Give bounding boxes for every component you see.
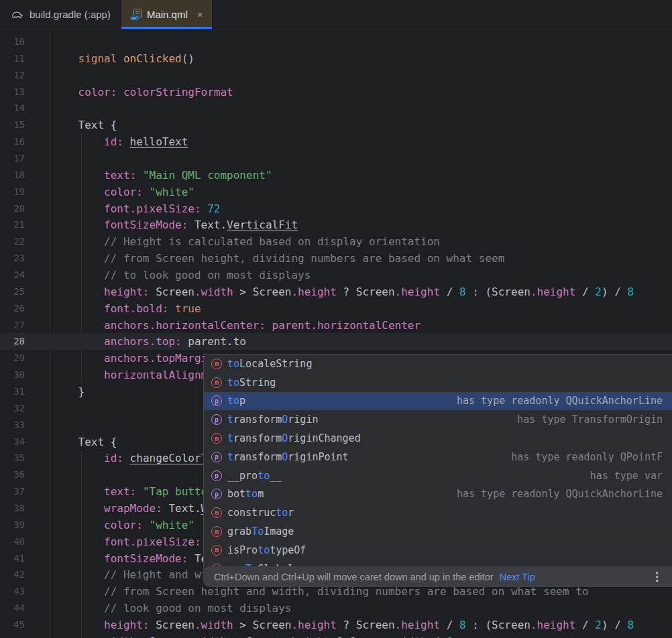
line-number[interactable]: 39 bbox=[0, 517, 25, 533]
line-number[interactable]: 36 bbox=[0, 466, 25, 483]
code-line-23[interactable]: 23 // from Screen height, dividing numbe… bbox=[0, 250, 672, 267]
line-number[interactable]: 20 bbox=[0, 200, 25, 217]
code-token: fontSizeMode: bbox=[104, 552, 188, 565]
line-number[interactable]: 21 bbox=[0, 216, 25, 233]
completion-item[interactable]: mtoString bbox=[204, 373, 672, 392]
code-line-14[interactable]: 14 bbox=[0, 100, 672, 117]
line-number[interactable]: 33 bbox=[0, 417, 25, 434]
code-line-25[interactable]: 25 height: Screen.width > Screen.height … bbox=[0, 283, 672, 300]
line-number[interactable]: 42 bbox=[0, 566, 25, 583]
line-number[interactable]: 12 bbox=[0, 67, 25, 84]
code-text: anchors.top: parent.to bbox=[52, 333, 246, 350]
method-icon: m bbox=[211, 377, 222, 388]
line-number[interactable]: 14 bbox=[0, 100, 25, 117]
completion-item[interactable]: p__proto__has type var bbox=[204, 466, 672, 485]
code-line-11[interactable]: 11 signal onClicked() bbox=[0, 50, 672, 67]
code-line-12[interactable]: 12 bbox=[0, 67, 672, 84]
line-number[interactable]: 44 bbox=[0, 600, 25, 617]
completion-item[interactable]: misPrototypeOf bbox=[204, 541, 672, 560]
code-line-18[interactable]: 18 text: "Main QML component" bbox=[0, 167, 672, 184]
code-line-26[interactable]: 26 font.bold: true bbox=[0, 300, 672, 317]
tab-build-gradle[interactable]: build.gradle (:app) bbox=[0, 0, 121, 29]
code-line-44[interactable]: 44 // look good on most displays bbox=[0, 600, 672, 617]
close-tab-icon[interactable]: × bbox=[197, 9, 203, 19]
line-number[interactable]: 16 bbox=[0, 133, 25, 150]
code-token bbox=[136, 485, 143, 498]
code-line-20[interactable]: 20 font.pixelSize: 72 bbox=[0, 200, 672, 217]
method-icon: m bbox=[211, 507, 222, 518]
code-token: Screen bbox=[349, 635, 388, 638]
line-number[interactable]: 10 bbox=[0, 34, 25, 50]
code-line-15[interactable]: 15 Text { bbox=[0, 117, 672, 133]
completion-item[interactable]: ptransformOriginPointhas type readonly Q… bbox=[204, 448, 672, 466]
line-number[interactable]: 15 bbox=[0, 117, 25, 133]
completion-item-name: top bbox=[227, 395, 245, 407]
line-number[interactable]: 30 bbox=[0, 367, 25, 383]
code-line-21[interactable]: 21 fontSizeMode: Text.VerticalFit bbox=[0, 216, 672, 233]
line-number[interactable]: 46 bbox=[0, 633, 25, 638]
line-number[interactable]: 31 bbox=[0, 383, 25, 400]
code-line-17[interactable]: 17 bbox=[0, 150, 672, 167]
line-number[interactable]: 26 bbox=[0, 300, 25, 317]
line-number[interactable]: 37 bbox=[0, 483, 25, 500]
line-number[interactable]: 22 bbox=[0, 233, 25, 250]
code-token bbox=[52, 269, 104, 281]
code-line-19[interactable]: 19 color: "white" bbox=[0, 184, 672, 200]
completion-item[interactable]: mtransformOriginChanged bbox=[204, 429, 672, 448]
code-line-10[interactable]: 10 bbox=[0, 34, 672, 50]
line-number[interactable]: 34 bbox=[0, 434, 25, 450]
line-number[interactable]: 40 bbox=[0, 533, 25, 550]
code-token bbox=[52, 252, 104, 265]
tab-main-qml[interactable]: qml Main.qml × bbox=[121, 0, 212, 29]
line-number[interactable]: 24 bbox=[0, 267, 25, 283]
code-text: fontSizeMode: Te bbox=[52, 550, 207, 567]
line-number[interactable]: 11 bbox=[0, 50, 25, 67]
line-number[interactable]: 13 bbox=[0, 84, 25, 101]
kebab-menu-icon[interactable]: ⋮ bbox=[651, 570, 663, 584]
code-token: true bbox=[175, 302, 201, 315]
line-number[interactable]: 25 bbox=[0, 283, 25, 300]
completion-item[interactable]: mconstructor bbox=[204, 503, 672, 522]
code-token bbox=[52, 186, 104, 198]
code-token bbox=[150, 619, 156, 631]
code-line-24[interactable]: 24 // to look good on most displays bbox=[0, 267, 672, 283]
line-number[interactable]: 29 bbox=[0, 350, 25, 367]
line-number[interactable]: 17 bbox=[0, 150, 25, 167]
code-line-13[interactable]: 13 color: colorStringFormat bbox=[0, 84, 672, 101]
code-token: Text. bbox=[194, 218, 227, 231]
completion-item[interactable]: mtoLocaleString bbox=[204, 355, 672, 373]
line-number[interactable]: 43 bbox=[0, 583, 25, 600]
code-line-27[interactable]: 27 anchors.horizontalCenter: parent.hori… bbox=[0, 317, 672, 334]
line-number[interactable]: 18 bbox=[0, 167, 25, 184]
line-number[interactable]: 28 bbox=[0, 333, 25, 350]
line-number[interactable]: 32 bbox=[0, 400, 25, 417]
code-line-45[interactable]: 45 height: Screen.width > Screen.height … bbox=[0, 617, 672, 633]
code-text: color: "white" bbox=[52, 517, 194, 533]
completion-item[interactable]: pbottomhas type readonly QQuickAnchorLin… bbox=[204, 485, 672, 504]
completion-item[interactable]: ptransformOriginhas type TransformOrigin bbox=[204, 410, 672, 429]
code-line-28[interactable]: 28 anchors.top: parent.to bbox=[0, 333, 672, 350]
code-token: Screen bbox=[246, 635, 285, 638]
line-number[interactable]: 35 bbox=[0, 450, 25, 466]
line-number[interactable]: 41 bbox=[0, 550, 25, 567]
code-line-16[interactable]: 16 id: helloText bbox=[0, 133, 672, 150]
line-number[interactable]: 45 bbox=[0, 617, 25, 633]
method-icon: m bbox=[211, 526, 222, 537]
code-token: Screen bbox=[492, 285, 530, 298]
line-number[interactable]: 38 bbox=[0, 500, 25, 517]
code-line-22[interactable]: 22 // Height is calculated based on disp… bbox=[0, 233, 672, 250]
active-tab-indicator bbox=[121, 27, 212, 29]
code-token bbox=[117, 86, 123, 99]
next-tip-link[interactable]: Next Tip bbox=[500, 572, 535, 582]
code-line-46[interactable]: 46 width: Screen.width > Screen.height ?… bbox=[0, 633, 672, 638]
line-number[interactable]: 23 bbox=[0, 250, 25, 267]
line-number[interactable]: 27 bbox=[0, 317, 25, 334]
code-token: > bbox=[227, 635, 246, 638]
line-number[interactable]: 19 bbox=[0, 184, 25, 200]
completion-item[interactable]: mgrabToImage bbox=[204, 522, 672, 541]
completion-item[interactable]: ptophas type readonly QQuickAnchorLine bbox=[204, 392, 672, 411]
completion-item-name: grabToImage bbox=[227, 525, 294, 537]
code-token bbox=[52, 535, 104, 548]
code-text: // look good on most displays bbox=[52, 600, 291, 617]
code-token: color: bbox=[104, 186, 143, 198]
